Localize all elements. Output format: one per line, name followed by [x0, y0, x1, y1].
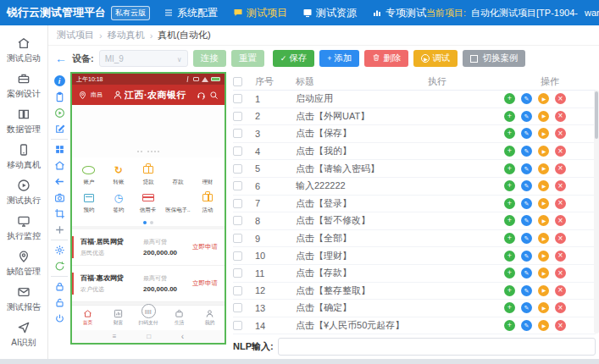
sidebar-item-mobile-device[interactable]: 移动真机: [0, 139, 47, 174]
add-step-icon[interactable]: [504, 198, 515, 209]
step-row[interactable]: 8点击【暂不修改】: [233, 212, 596, 230]
tab-home[interactable]: 首页: [72, 309, 103, 327]
row-checkbox[interactable]: [233, 268, 242, 278]
delete-step-icon[interactable]: [555, 215, 566, 226]
row-checkbox[interactable]: [233, 181, 242, 190]
run-step-icon[interactable]: [538, 302, 549, 313]
delete-step-icon[interactable]: [555, 267, 566, 279]
edit-step-icon[interactable]: [521, 233, 532, 244]
run-step-icon[interactable]: [538, 251, 549, 262]
search-icon[interactable]: [209, 91, 219, 100]
debug-button[interactable]: ▶调试: [413, 50, 458, 67]
delete-step-icon[interactable]: [555, 233, 566, 244]
add-step-icon[interactable]: [504, 111, 515, 122]
edit-step-icon[interactable]: [521, 93, 532, 104]
grid-item-account[interactable]: 账户: [74, 161, 103, 189]
step-row[interactable]: 11点击【存款】: [233, 265, 596, 283]
delete-step-icon[interactable]: [555, 320, 566, 331]
delete-step-icon[interactable]: [555, 285, 566, 296]
add-button[interactable]: +添加: [319, 50, 359, 67]
run-step-icon[interactable]: [538, 285, 549, 296]
location-icon[interactable]: [78, 91, 87, 100]
step-row[interactable]: 12点击【整存整取】: [233, 283, 596, 301]
switch-case-button[interactable]: 切换案例: [463, 50, 525, 67]
delete-step-icon[interactable]: [555, 180, 566, 191]
screenshot-icon[interactable]: [53, 190, 67, 205]
clipboard-icon[interactable]: [53, 90, 67, 104]
loan-card[interactable]: 百福·惠农网贷 农户优选 最高可贷 200,000.00 立即申请: [72, 266, 225, 302]
row-checkbox[interactable]: [233, 303, 242, 312]
step-row[interactable]: 1启动应用: [233, 91, 596, 108]
grid-item-sign[interactable]: ◷签约: [103, 189, 133, 217]
edit-step-icon[interactable]: [521, 251, 532, 262]
row-checkbox[interactable]: [233, 94, 242, 103]
android-back-icon[interactable]: [181, 332, 184, 341]
rotate-icon[interactable]: [53, 259, 67, 273]
edit-step-icon[interactable]: [521, 111, 532, 122]
delete-step-icon[interactable]: [555, 128, 566, 139]
home-icon[interactable]: [53, 158, 67, 173]
back-arrow-icon[interactable]: ←: [55, 52, 67, 64]
grid-item-credit-card[interactable]: 信用卡: [133, 189, 163, 217]
sidebar-item-data-management[interactable]: 数据管理: [0, 103, 47, 139]
reset-button[interactable]: 重置: [231, 50, 264, 67]
table-scrollbar[interactable]: [594, 90, 599, 334]
apply-now-link[interactable]: 立即申请: [192, 243, 218, 251]
grid-item-activity[interactable]: 活动: [193, 189, 223, 217]
city-label[interactable]: 南昌: [91, 91, 103, 99]
row-checkbox[interactable]: [233, 164, 242, 174]
grid-item-deposit[interactable]: 存款: [164, 161, 193, 189]
grid-item-wealth[interactable]: 理财: [193, 161, 223, 189]
menu-item-system-config[interactable]: 系统配置: [164, 6, 218, 20]
row-checkbox[interactable]: [233, 112, 242, 121]
edit-step-icon[interactable]: [521, 215, 532, 226]
sidebar-item-defect-management[interactable]: 缺陷管理: [0, 245, 47, 281]
menu-item-test-project[interactable]: 测试项目: [233, 6, 287, 20]
edit-step-icon[interactable]: [521, 180, 532, 191]
sidebar-item-test-start[interactable]: 测试启动: [0, 32, 47, 68]
headset-icon[interactable]: [197, 91, 206, 100]
row-checkbox[interactable]: [233, 251, 242, 261]
crop-icon[interactable]: [53, 207, 67, 221]
step-row[interactable]: 9点击【全部】: [233, 230, 596, 248]
run-step-icon[interactable]: [538, 93, 549, 104]
breadcrumb-item[interactable]: 测试项目: [57, 29, 94, 41]
lock-icon[interactable]: [53, 279, 67, 294]
row-checkbox[interactable]: [233, 146, 242, 156]
connect-button[interactable]: 连接: [193, 50, 226, 67]
run-step-icon[interactable]: [538, 198, 549, 209]
add-step-icon[interactable]: [504, 93, 515, 104]
current-project-value[interactable]: 自动化测试项目[TP-1904-: [471, 7, 578, 19]
delete-step-icon[interactable]: [555, 146, 566, 157]
edit-step-icon[interactable]: [521, 163, 532, 174]
sidebar-item-execution-monitor[interactable]: 执行监控: [0, 210, 47, 245]
grid-item-reserve[interactable]: 预约: [74, 189, 103, 217]
menu-item-test-resource[interactable]: 测试资源: [302, 6, 357, 20]
step-row[interactable]: 4点击【我的】: [233, 143, 596, 161]
menu-item-special-test[interactable]: 专项测试: [372, 6, 426, 20]
nlp-input[interactable]: [278, 338, 596, 356]
save-button[interactable]: ✓保存: [273, 50, 315, 67]
row-checkbox[interactable]: [233, 216, 242, 225]
grid-item-medical[interactable]: 医保电子..: [164, 189, 193, 217]
power-icon[interactable]: [53, 312, 67, 326]
delete-step-icon[interactable]: [555, 198, 566, 209]
step-row[interactable]: 6输入222222: [233, 178, 596, 196]
row-checkbox[interactable]: [233, 234, 242, 243]
row-checkbox[interactable]: [233, 321, 242, 330]
edit-step-icon[interactable]: [521, 285, 532, 296]
run-step-icon[interactable]: [538, 180, 549, 191]
add-step-icon[interactable]: [504, 233, 515, 244]
step-row[interactable]: 7点击【登录】: [233, 196, 596, 213]
username[interactable]: wangminx: [585, 8, 599, 18]
unlock-icon[interactable]: [53, 295, 67, 310]
run-step-icon[interactable]: [538, 146, 549, 157]
breadcrumb-item[interactable]: 移动真机: [108, 29, 145, 41]
loan-card[interactable]: 百福·居民网贷 居民优选 最高可贷 200,000.00 立即申请: [72, 229, 225, 266]
delete-step-icon[interactable]: [555, 93, 566, 104]
row-checkbox[interactable]: [233, 286, 242, 295]
scrollbar-thumb[interactable]: [595, 91, 598, 139]
edit-step-icon[interactable]: [521, 302, 532, 313]
sidebar-item-test-execution[interactable]: 测试执行: [0, 174, 47, 210]
tab-wealth[interactable]: 财富: [103, 309, 133, 327]
